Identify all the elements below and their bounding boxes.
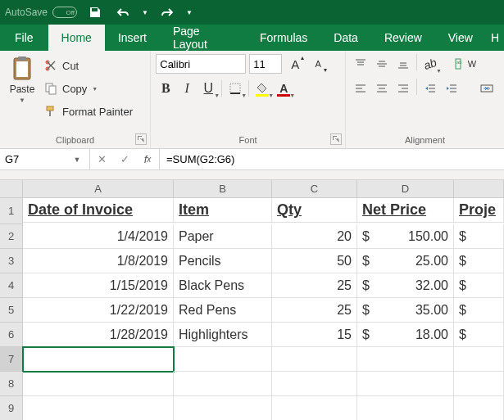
cell[interactable]: 50 — [272, 249, 357, 273]
col-header-c[interactable]: C — [272, 180, 357, 198]
cell[interactable] — [357, 372, 454, 396]
col-header-b[interactable]: B — [174, 180, 272, 198]
cell[interactable] — [272, 396, 357, 420]
redo-icon[interactable] — [157, 2, 177, 22]
cell[interactable] — [357, 396, 454, 420]
cell[interactable] — [174, 372, 272, 396]
name-box[interactable]: ▼ — [0, 149, 90, 169]
font-name-combo[interactable] — [156, 54, 246, 74]
cell[interactable]: Date of Invoice — [23, 198, 174, 223]
select-all-corner[interactable] — [0, 180, 23, 198]
cell[interactable] — [454, 347, 504, 372]
row-header[interactable]: 8 — [0, 372, 23, 396]
tab-insert[interactable]: Insert — [105, 25, 160, 51]
cell[interactable] — [23, 372, 174, 396]
row-header[interactable]: 3 — [0, 249, 23, 273]
cell[interactable]: Highlighters — [174, 323, 272, 347]
tab-file[interactable]: File — [0, 25, 48, 51]
cell[interactable]: Qty — [272, 198, 357, 223]
cell[interactable] — [454, 396, 504, 420]
cell[interactable]: $25.00 — [357, 249, 454, 273]
col-header-a[interactable]: A — [23, 180, 174, 198]
cell[interactable]: $32.00 — [357, 273, 454, 298]
row-header[interactable]: 4 — [0, 273, 23, 298]
cell[interactable]: $ — [454, 249, 504, 273]
cell[interactable]: 25 — [272, 298, 357, 323]
align-bottom-button[interactable] — [393, 54, 413, 74]
tab-view[interactable]: View — [435, 25, 486, 51]
cell[interactable]: $ — [454, 224, 504, 249]
tab-help[interactable]: H — [486, 25, 504, 51]
row-header[interactable]: 7 — [0, 347, 23, 372]
underline-button[interactable]: U▼ — [198, 79, 218, 98]
spreadsheet-grid[interactable]: A B C D 1 Date of Invoice Item Qty Net P… — [0, 180, 504, 420]
undo-icon[interactable] — [113, 2, 133, 22]
cut-button[interactable]: Cut — [43, 56, 134, 75]
row-header[interactable]: 1 — [0, 198, 23, 224]
align-top-button[interactable] — [351, 54, 370, 74]
cell[interactable]: 15 — [272, 323, 357, 347]
cell[interactable]: 20 — [272, 224, 357, 249]
cell[interactable]: $35.00 — [357, 298, 454, 323]
name-box-dropdown[interactable]: ▼ — [70, 156, 84, 164]
col-header-d[interactable]: D — [357, 180, 454, 198]
cell[interactable] — [174, 396, 272, 420]
cell[interactable] — [174, 347, 272, 372]
cell[interactable] — [272, 347, 357, 372]
align-right-button[interactable] — [393, 79, 413, 98]
increase-font-button[interactable]: A▴ — [285, 54, 305, 74]
format-painter-button[interactable]: Format Painter — [43, 102, 134, 121]
cell[interactable]: 1/28/2019 — [23, 323, 174, 347]
cell-selected[interactable] — [23, 347, 174, 372]
formula-input[interactable] — [160, 149, 504, 169]
fx-button[interactable]: fx — [136, 149, 159, 169]
cell[interactable]: Red Pens — [174, 298, 272, 323]
cell[interactable]: 1/22/2019 — [23, 298, 174, 323]
cell[interactable]: $ — [454, 298, 504, 323]
autosave-toggle[interactable]: AutoSave Off — [5, 7, 77, 18]
font-size-combo[interactable] — [249, 54, 282, 74]
cell[interactable]: $ — [454, 273, 504, 298]
decrease-indent-button[interactable] — [420, 79, 440, 98]
fill-color-button[interactable]: ▼ — [252, 79, 272, 98]
enter-formula-button[interactable]: ✓ — [113, 149, 136, 169]
font-color-button[interactable]: A▼ — [274, 79, 293, 98]
orientation-button[interactable]: ab▼ — [420, 54, 440, 74]
align-left-button[interactable] — [351, 79, 370, 98]
cell[interactable]: $150.00 — [357, 224, 454, 249]
tab-data[interactable]: Data — [320, 25, 371, 51]
cell[interactable]: $18.00 — [357, 323, 454, 347]
cell[interactable]: 25 — [272, 273, 357, 298]
bold-button[interactable]: B — [156, 79, 175, 98]
align-middle-button[interactable] — [372, 54, 392, 74]
cell[interactable]: Black Pens — [174, 273, 272, 298]
cell[interactable]: Proje — [454, 198, 504, 223]
borders-button[interactable]: ▼ — [225, 79, 245, 98]
copy-button[interactable]: Copy ▼ — [43, 79, 134, 98]
cancel-formula-button[interactable]: ✕ — [90, 149, 113, 169]
font-dialog-launcher[interactable] — [330, 133, 342, 145]
wrap-text-button[interactable]: abW — [453, 54, 478, 74]
cell[interactable] — [272, 372, 357, 396]
cell[interactable]: Item — [174, 198, 272, 223]
row-header[interactable]: 5 — [0, 298, 23, 323]
cell[interactable]: Net Price — [357, 198, 454, 223]
row-header[interactable]: 2 — [0, 224, 23, 249]
cell[interactable]: 1/15/2019 — [23, 273, 174, 298]
align-center-button[interactable] — [372, 79, 392, 98]
cell[interactable]: Paper — [174, 224, 272, 249]
merge-center-button[interactable] — [474, 79, 499, 98]
increase-indent-button[interactable] — [442, 79, 461, 98]
save-icon[interactable] — [85, 2, 105, 22]
cell[interactable] — [357, 347, 454, 372]
tab-formulas[interactable]: Formulas — [247, 25, 320, 51]
cell[interactable] — [23, 396, 174, 420]
undo-dropdown-icon[interactable]: ▼ — [141, 2, 149, 22]
paste-button[interactable]: Paste ▼ — [5, 54, 39, 129]
qat-customize-icon[interactable]: ▼ — [185, 2, 193, 22]
row-header[interactable]: 9 — [0, 396, 23, 420]
cell[interactable]: 1/4/2019 — [23, 224, 174, 249]
row-header[interactable]: 6 — [0, 323, 23, 347]
cell[interactable]: Pencils — [174, 249, 272, 273]
cell[interactable]: $ — [454, 323, 504, 347]
